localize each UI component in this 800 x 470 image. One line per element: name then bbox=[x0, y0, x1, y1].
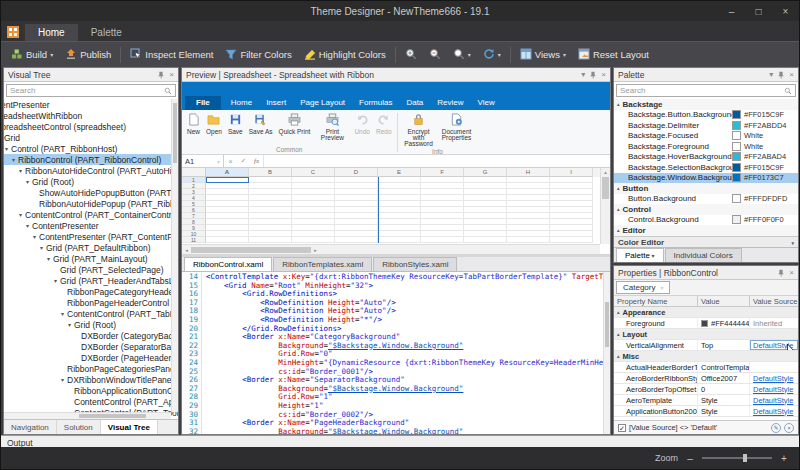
views-button[interactable]: Views▾ bbox=[514, 45, 572, 65]
tree-item[interactable]: DXBorder (SeparatorBackground) bbox=[4, 341, 178, 352]
expander-icon[interactable]: ▾ bbox=[65, 321, 74, 328]
undo-button[interactable]: Undo bbox=[351, 111, 373, 145]
chevron-down-icon[interactable]: ▾ bbox=[769, 71, 773, 79]
sheet-vertical-scrollbar[interactable]: ▴ bbox=[600, 168, 610, 244]
search-input[interactable] bbox=[620, 86, 782, 95]
column-header-d[interactable]: D bbox=[335, 168, 378, 177]
editor-vertical-scrollbar[interactable] bbox=[603, 272, 610, 434]
tree-item[interactable]: ▾Control (PART_RibbonHost) bbox=[4, 143, 178, 154]
filter-colors-button[interactable]: Filter Colors bbox=[219, 45, 297, 65]
visual-tree-search[interactable] bbox=[6, 84, 176, 97]
zoom-out-button[interactable]: – bbox=[685, 453, 695, 464]
open-button[interactable]: Open bbox=[203, 111, 225, 145]
filter-edit-icon[interactable]: ✎ bbox=[771, 423, 781, 433]
column-header-a[interactable]: A bbox=[206, 168, 249, 177]
palette-item[interactable]: Backstage.SelectionBackground#FF015C9F bbox=[614, 162, 798, 173]
pin-icon[interactable] bbox=[589, 71, 597, 79]
tree-item[interactable]: ▾SpreadsheetWithRibbon bbox=[4, 110, 178, 121]
filter-checkbox[interactable]: ✓ bbox=[618, 424, 626, 432]
column-value[interactable]: Value bbox=[698, 296, 750, 306]
property-value-source[interactable]: DefaultStyle bbox=[750, 340, 798, 350]
property-value[interactable]: Style bbox=[698, 406, 750, 416]
maximize-button[interactable]: □ bbox=[745, 1, 772, 21]
name-box[interactable]: A1 ▾ bbox=[182, 155, 224, 167]
zoom-out-button[interactable] bbox=[423, 45, 447, 65]
tab-solution[interactable]: Solution bbox=[57, 420, 101, 434]
palette-item[interactable]: Backstage.Window.Background#FF0173C7 bbox=[614, 173, 798, 184]
palette-item[interactable]: Button.Background#FFFDFDFD bbox=[614, 194, 798, 205]
tab-home[interactable]: Home bbox=[25, 24, 78, 41]
column-property-name[interactable]: Property Name bbox=[614, 296, 698, 306]
tree-item[interactable]: RibbonAutoHidePopup (PART_RibbonAutoHide… bbox=[4, 198, 178, 209]
palette-group-backstage[interactable]: ▴Backstage bbox=[614, 99, 798, 110]
zoom-in-button[interactable]: + bbox=[779, 453, 789, 464]
tree-item[interactable]: RibbonPageCategoriesPane (PART_Page bbox=[4, 363, 178, 374]
tree-item[interactable]: ▾ContentPresenter (PART_ContentPresenter… bbox=[4, 231, 178, 242]
tab-visual-tree[interactable]: Visual Tree bbox=[101, 420, 158, 434]
insert-function-icon[interactable]: fx bbox=[250, 155, 263, 167]
palette-item[interactable]: Backstage.FocusedWhite bbox=[614, 131, 798, 142]
new-button[interactable]: New bbox=[184, 111, 203, 145]
cell-b11[interactable] bbox=[249, 237, 292, 243]
save-button[interactable]: Save bbox=[225, 111, 246, 145]
palette-group-editor[interactable]: ▴Editor bbox=[614, 225, 798, 236]
tree-item[interactable]: DXBorder (CategoryBackground) bbox=[4, 330, 178, 341]
sheet-horizontal-scrollbar[interactable]: ◂▸ bbox=[182, 244, 600, 254]
ribbon-tab-file[interactable]: File bbox=[185, 96, 221, 110]
tree-item[interactable]: ▾Grid (PART_DefaultRibbon) bbox=[4, 242, 178, 253]
ribbon-tab-insert[interactable]: Insert bbox=[259, 96, 293, 110]
quick-print-button[interactable]: Quick Print bbox=[276, 111, 314, 145]
document-properties-button[interactable]: Document Properties bbox=[438, 111, 476, 147]
cell-c11[interactable] bbox=[292, 237, 335, 243]
zoom-in-button[interactable] bbox=[399, 45, 423, 65]
visual-tree-vertical-scrollbar[interactable] bbox=[171, 99, 178, 412]
cell-f11[interactable] bbox=[421, 237, 464, 243]
tree-item[interactable]: RibbonPageCategoryHeaderControl (PART_Or… bbox=[4, 286, 178, 297]
ribbon-tab-data[interactable]: Data bbox=[399, 96, 430, 110]
tree-item[interactable]: Grid (PART_SelectedPage) bbox=[4, 264, 178, 275]
expander-icon[interactable]: ▾ bbox=[58, 376, 67, 383]
expander-icon[interactable]: ▾ bbox=[23, 222, 32, 229]
expander-icon[interactable]: ▾ bbox=[9, 156, 18, 163]
palette-item[interactable]: Control.Background#FFF0F0F0 bbox=[614, 215, 798, 226]
editor-tab-ribbontemplates-xaml[interactable]: RibbonTemplates.xaml bbox=[273, 257, 372, 271]
close-icon[interactable]: × bbox=[601, 71, 606, 79]
cell-g11[interactable] bbox=[464, 237, 507, 243]
confirm-icon[interactable]: ✓ bbox=[237, 155, 250, 167]
publish-button[interactable]: Publish bbox=[59, 45, 117, 65]
tree-item[interactable]: ▾Grid (Root) bbox=[4, 176, 178, 187]
palette-item[interactable]: Backstage.Delimiter#FF2ABDD4 bbox=[614, 120, 798, 131]
close-icon[interactable]: × bbox=[789, 269, 794, 277]
code-line[interactable]: Background="$Backstage.Window.Background… bbox=[206, 428, 603, 434]
save-as-button[interactable]: Save As bbox=[246, 111, 276, 145]
editor-tab-ribboncontrol-xaml[interactable]: RibbonControl.xaml bbox=[184, 257, 272, 271]
tree-item[interactable]: ▾ContentPresenter bbox=[4, 99, 178, 110]
property-group-appearance[interactable]: ▴Appearance bbox=[614, 307, 798, 318]
tree-item[interactable]: ContentControl (PART_ApplicationIco bbox=[4, 396, 178, 407]
refresh-button[interactable]: ▾ bbox=[477, 45, 507, 65]
tree-item[interactable]: ▾Grid (PART_MainLayout) bbox=[4, 253, 178, 264]
column-header-c[interactable]: C bbox=[292, 168, 335, 177]
ribbon-tab-view[interactable]: View bbox=[471, 96, 502, 110]
tree-item[interactable]: DXBorder (PageHeaderBackground) bbox=[4, 352, 178, 363]
tree-item[interactable]: ▾spreadsheetControl (spreadsheet) bbox=[4, 121, 178, 132]
expander-icon[interactable]: ▾ bbox=[4, 145, 11, 152]
filter-clear-icon[interactable]: × bbox=[784, 423, 794, 433]
column-value-source[interactable]: Value Source bbox=[750, 296, 798, 306]
reset-layout-button[interactable]: Reset Layout bbox=[572, 45, 655, 65]
tree-item[interactable]: RibbonPageHeaderControl (PART_Origi bbox=[4, 297, 178, 308]
ribbon-tab-home[interactable]: Home bbox=[224, 96, 259, 110]
zoom-button[interactable]: ▾ bbox=[447, 45, 477, 65]
property-value[interactable]: Top bbox=[698, 340, 750, 350]
close-button[interactable]: × bbox=[772, 1, 799, 21]
expander-icon[interactable]: ▾ bbox=[16, 167, 25, 174]
property-group-misc[interactable]: ▴Misc bbox=[614, 351, 798, 362]
property-value-source[interactable] bbox=[750, 362, 798, 372]
build-button[interactable]: Build▾ bbox=[5, 45, 59, 65]
property-value[interactable]: #FF444444 bbox=[698, 318, 750, 328]
palette-tab-palette[interactable]: Palette ▾ bbox=[616, 248, 664, 262]
palette-item[interactable]: Backstage.HoverBackground#FF2ABAD4 bbox=[614, 152, 798, 163]
cell-d11[interactable] bbox=[335, 237, 378, 243]
property-value[interactable]: Office2007 bbox=[698, 373, 750, 383]
palette-item[interactable]: Backstage.Button.Background#FF015C9F bbox=[614, 110, 798, 121]
